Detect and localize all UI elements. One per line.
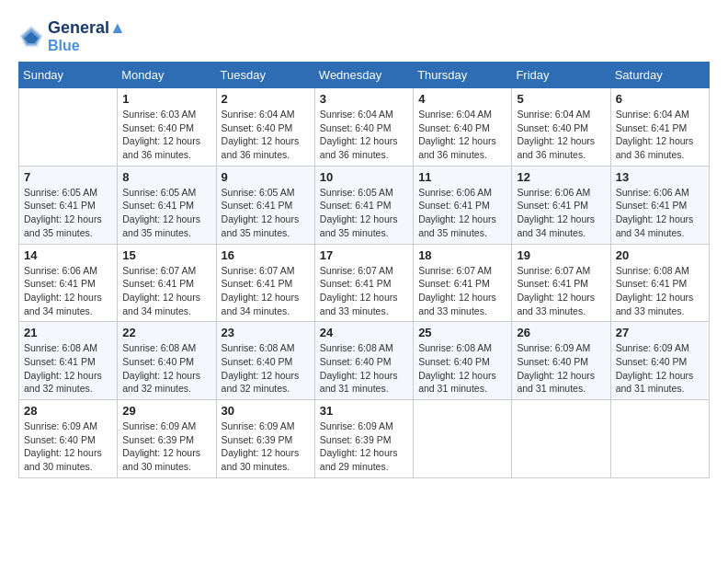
day-sun-info: Sunrise: 6:05 AMSunset: 6:41 PMDaylight:… bbox=[222, 186, 310, 240]
day-sun-info: Sunrise: 6:03 AMSunset: 6:40 PMDaylight:… bbox=[122, 108, 210, 162]
day-sun-info: Sunrise: 6:06 AMSunset: 6:41 PMDaylight:… bbox=[616, 186, 704, 240]
day-number: 19 bbox=[517, 248, 605, 262]
logo: General▲ Blue bbox=[18, 18, 126, 54]
day-number: 28 bbox=[24, 404, 112, 418]
calendar-day-cell: 20Sunrise: 6:08 AMSunset: 6:41 PMDayligh… bbox=[610, 244, 709, 322]
day-number: 8 bbox=[122, 170, 210, 184]
calendar-day-cell bbox=[610, 400, 709, 478]
day-number: 10 bbox=[320, 170, 408, 184]
day-sun-info: Sunrise: 6:08 AMSunset: 6:40 PMDaylight:… bbox=[122, 341, 210, 396]
day-sun-info: Sunrise: 6:08 AMSunset: 6:40 PMDaylight:… bbox=[222, 341, 310, 396]
day-sun-info: Sunrise: 6:07 AMSunset: 6:41 PMDaylight:… bbox=[517, 264, 605, 318]
calendar-day-cell: 4Sunrise: 6:04 AMSunset: 6:40 PMDaylight… bbox=[414, 88, 512, 167]
day-number: 17 bbox=[320, 248, 408, 262]
day-number: 3 bbox=[320, 92, 408, 106]
day-sun-info: Sunrise: 6:06 AMSunset: 6:41 PMDaylight:… bbox=[418, 186, 506, 240]
calendar-day-cell: 17Sunrise: 6:07 AMSunset: 6:41 PMDayligh… bbox=[314, 244, 413, 322]
calendar-day-cell: 3Sunrise: 6:04 AMSunset: 6:40 PMDaylight… bbox=[314, 88, 413, 167]
calendar-week-row: 7Sunrise: 6:05 AMSunset: 6:41 PMDaylight… bbox=[19, 166, 710, 244]
logo-icon bbox=[18, 24, 44, 50]
day-sun-info: Sunrise: 6:07 AMSunset: 6:41 PMDaylight:… bbox=[122, 264, 210, 318]
day-number: 12 bbox=[517, 170, 605, 184]
calendar-day-cell: 9Sunrise: 6:05 AMSunset: 6:41 PMDaylight… bbox=[216, 166, 314, 244]
day-number: 30 bbox=[222, 404, 310, 418]
calendar-day-cell: 28Sunrise: 6:09 AMSunset: 6:40 PMDayligh… bbox=[19, 400, 118, 478]
day-sun-info: Sunrise: 6:05 AMSunset: 6:41 PMDaylight:… bbox=[24, 186, 112, 240]
calendar-day-cell: 24Sunrise: 6:08 AMSunset: 6:40 PMDayligh… bbox=[314, 322, 413, 400]
day-number: 31 bbox=[320, 404, 408, 418]
calendar-day-cell: 30Sunrise: 6:09 AMSunset: 6:39 PMDayligh… bbox=[216, 400, 314, 478]
day-sun-info: Sunrise: 6:08 AMSunset: 6:40 PMDaylight:… bbox=[418, 341, 506, 396]
day-sun-info: Sunrise: 6:08 AMSunset: 6:41 PMDaylight:… bbox=[616, 264, 704, 318]
day-of-week-header: Friday bbox=[512, 63, 610, 88]
calendar-day-cell: 7Sunrise: 6:05 AMSunset: 6:41 PMDaylight… bbox=[19, 166, 118, 244]
day-sun-info: Sunrise: 6:06 AMSunset: 6:41 PMDaylight:… bbox=[517, 186, 605, 240]
calendar-day-cell: 14Sunrise: 6:06 AMSunset: 6:41 PMDayligh… bbox=[19, 244, 118, 322]
calendar-week-row: 1Sunrise: 6:03 AMSunset: 6:40 PMDaylight… bbox=[19, 88, 710, 167]
calendar-day-cell: 26Sunrise: 6:09 AMSunset: 6:40 PMDayligh… bbox=[512, 322, 610, 400]
day-of-week-header: Saturday bbox=[610, 63, 709, 88]
day-of-week-header: Sunday bbox=[19, 63, 118, 88]
day-sun-info: Sunrise: 6:09 AMSunset: 6:40 PMDaylight:… bbox=[24, 419, 112, 474]
calendar-day-cell: 25Sunrise: 6:08 AMSunset: 6:40 PMDayligh… bbox=[414, 322, 512, 400]
day-number: 23 bbox=[222, 326, 310, 339]
calendar-day-cell: 1Sunrise: 6:03 AMSunset: 6:40 PMDaylight… bbox=[118, 88, 216, 167]
calendar-day-cell: 8Sunrise: 6:05 AMSunset: 6:41 PMDaylight… bbox=[118, 166, 216, 244]
day-number: 6 bbox=[616, 92, 704, 106]
calendar-day-cell: 5Sunrise: 6:04 AMSunset: 6:40 PMDaylight… bbox=[512, 88, 610, 167]
day-sun-info: Sunrise: 6:04 AMSunset: 6:40 PMDaylight:… bbox=[517, 108, 605, 162]
day-of-week-header: Monday bbox=[118, 63, 216, 88]
day-number: 25 bbox=[418, 326, 506, 339]
day-number: 20 bbox=[616, 248, 704, 262]
calendar-day-cell: 31Sunrise: 6:09 AMSunset: 6:39 PMDayligh… bbox=[314, 400, 413, 478]
calendar-day-cell: 10Sunrise: 6:05 AMSunset: 6:41 PMDayligh… bbox=[314, 166, 413, 244]
day-number: 14 bbox=[24, 248, 112, 262]
day-sun-info: Sunrise: 6:09 AMSunset: 6:39 PMDaylight:… bbox=[222, 419, 310, 474]
calendar-day-cell: 27Sunrise: 6:09 AMSunset: 6:40 PMDayligh… bbox=[610, 322, 709, 400]
page-header: General▲ Blue bbox=[18, 18, 710, 54]
calendar-day-cell: 23Sunrise: 6:08 AMSunset: 6:40 PMDayligh… bbox=[216, 322, 314, 400]
day-sun-info: Sunrise: 6:04 AMSunset: 6:40 PMDaylight:… bbox=[418, 108, 506, 162]
day-number: 13 bbox=[616, 170, 704, 184]
calendar-day-cell: 18Sunrise: 6:07 AMSunset: 6:41 PMDayligh… bbox=[414, 244, 512, 322]
calendar-day-cell: 11Sunrise: 6:06 AMSunset: 6:41 PMDayligh… bbox=[414, 166, 512, 244]
day-sun-info: Sunrise: 6:09 AMSunset: 6:40 PMDaylight:… bbox=[616, 341, 704, 396]
day-number: 15 bbox=[122, 248, 210, 262]
day-sun-info: Sunrise: 6:08 AMSunset: 6:40 PMDaylight:… bbox=[320, 341, 408, 396]
day-of-week-header: Wednesday bbox=[314, 63, 413, 88]
calendar-day-cell bbox=[414, 400, 512, 478]
day-number: 21 bbox=[24, 326, 112, 339]
calendar-day-cell: 12Sunrise: 6:06 AMSunset: 6:41 PMDayligh… bbox=[512, 166, 610, 244]
day-number: 26 bbox=[517, 326, 605, 339]
day-number: 5 bbox=[517, 92, 605, 106]
calendar-day-cell: 21Sunrise: 6:08 AMSunset: 6:41 PMDayligh… bbox=[19, 322, 118, 400]
calendar-day-cell: 16Sunrise: 6:07 AMSunset: 6:41 PMDayligh… bbox=[216, 244, 314, 322]
day-number: 18 bbox=[418, 248, 506, 262]
day-sun-info: Sunrise: 6:04 AMSunset: 6:40 PMDaylight:… bbox=[320, 108, 408, 162]
calendar-day-cell: 13Sunrise: 6:06 AMSunset: 6:41 PMDayligh… bbox=[610, 166, 709, 244]
calendar-day-cell: 6Sunrise: 6:04 AMSunset: 6:41 PMDaylight… bbox=[610, 88, 709, 167]
calendar-week-row: 28Sunrise: 6:09 AMSunset: 6:40 PMDayligh… bbox=[19, 400, 710, 478]
day-sun-info: Sunrise: 6:09 AMSunset: 6:40 PMDaylight:… bbox=[517, 341, 605, 396]
day-number: 7 bbox=[24, 170, 112, 184]
day-number: 4 bbox=[418, 92, 506, 106]
calendar-week-row: 21Sunrise: 6:08 AMSunset: 6:41 PMDayligh… bbox=[19, 322, 710, 400]
day-sun-info: Sunrise: 6:09 AMSunset: 6:39 PMDaylight:… bbox=[320, 419, 408, 474]
calendar-table: SundayMondayTuesdayWednesdayThursdayFrid… bbox=[18, 62, 710, 478]
day-number: 16 bbox=[222, 248, 310, 262]
day-sun-info: Sunrise: 6:09 AMSunset: 6:39 PMDaylight:… bbox=[122, 419, 210, 474]
logo-text: General▲ Blue bbox=[48, 18, 126, 54]
day-sun-info: Sunrise: 6:04 AMSunset: 6:41 PMDaylight:… bbox=[616, 108, 704, 162]
calendar-header-row: SundayMondayTuesdayWednesdayThursdayFrid… bbox=[19, 63, 710, 88]
calendar-week-row: 14Sunrise: 6:06 AMSunset: 6:41 PMDayligh… bbox=[19, 244, 710, 322]
day-sun-info: Sunrise: 6:06 AMSunset: 6:41 PMDaylight:… bbox=[24, 264, 112, 318]
day-sun-info: Sunrise: 6:08 AMSunset: 6:41 PMDaylight:… bbox=[24, 341, 112, 396]
day-number: 2 bbox=[222, 92, 310, 106]
calendar-day-cell: 2Sunrise: 6:04 AMSunset: 6:40 PMDaylight… bbox=[216, 88, 314, 167]
calendar-day-cell bbox=[19, 88, 118, 167]
day-number: 9 bbox=[222, 170, 310, 184]
calendar-day-cell: 22Sunrise: 6:08 AMSunset: 6:40 PMDayligh… bbox=[118, 322, 216, 400]
calendar-day-cell bbox=[512, 400, 610, 478]
day-number: 1 bbox=[122, 92, 210, 106]
day-number: 22 bbox=[122, 326, 210, 339]
